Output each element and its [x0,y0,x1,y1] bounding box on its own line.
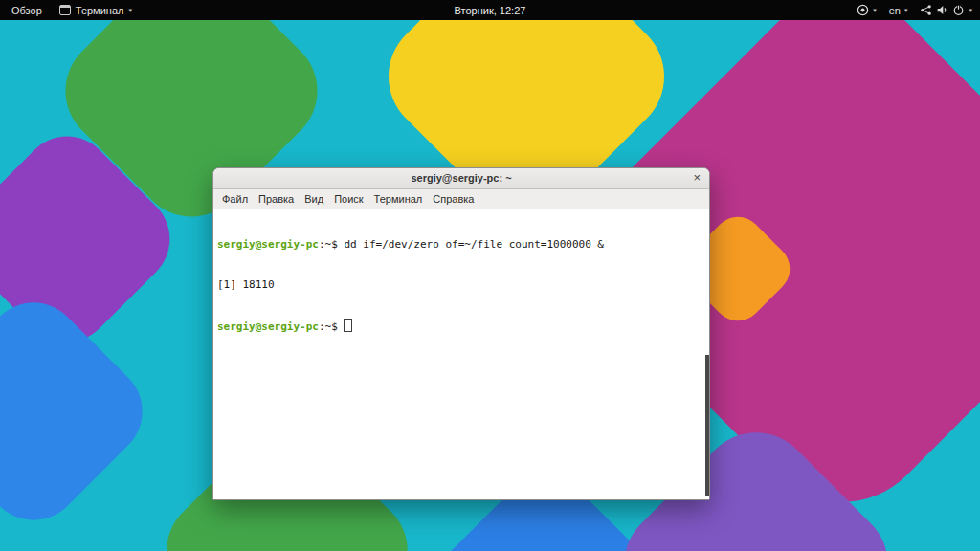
power-icon [952,4,965,16]
terminal-line-command: sergiy@sergiy-pc:~$ dd if=/dev/zero of=~… [217,238,705,252]
scrollbar-thumb[interactable] [705,355,709,496]
prompt-suffix: :~$ [319,320,345,333]
chevron-down-icon: ▾ [969,7,972,13]
menu-terminal[interactable]: Терминал [374,193,423,205]
volume-icon [936,4,948,16]
keyboard-layout-button[interactable]: en ▾ [889,5,908,16]
status-circle-icon [857,4,869,16]
terminal-app-icon [59,5,71,15]
terminal-cursor [344,319,352,332]
menu-view[interactable]: Вид [304,193,323,205]
window-menubar: Файл Правка Вид Поиск Терминал Справка [213,189,709,209]
window-titlebar[interactable]: sergiy@sergiy-pc: ~ × [213,168,709,189]
desktop: Обзор Терминал ▾ Вторник, 12:27 ▾ en ▾ [0,0,980,551]
close-button[interactable]: × [693,168,701,187]
top-bar: Обзор Терминал ▾ Вторник, 12:27 ▾ en ▾ [0,0,980,20]
top-bar-right: ▾ en ▾ [857,4,980,16]
clock-button[interactable]: Вторник, 12:27 [455,5,526,16]
menu-help[interactable]: Справка [433,193,474,205]
menu-file[interactable]: Файл [222,193,248,205]
chevron-down-icon: ▾ [873,7,877,13]
status-menu-button[interactable]: ▾ [857,4,877,16]
chevron-down-icon: ▾ [128,7,132,13]
window-title: sergiy@sergiy-pc: ~ [411,172,511,184]
activities-button[interactable]: Обзор [10,5,44,16]
terminal-line-output: [1] 18110 [217,278,705,292]
network-share-icon [920,4,932,16]
prompt-user: sergiy@sergiy-pc [217,238,319,251]
terminal-scrollbar[interactable] [705,209,709,499]
prompt-user: sergiy@sergiy-pc [217,320,319,333]
system-menu-button[interactable]: ▾ [920,4,972,16]
chevron-down-icon: ▾ [904,7,908,13]
terminal-content[interactable]: sergiy@sergiy-pc:~$ dd if=/dev/zero of=~… [213,209,709,499]
app-menu-button[interactable]: Терминал ▾ [59,5,132,16]
command-text: dd if=/dev/zero of=~/file count=1000000 … [344,238,604,251]
app-menu-label: Терминал [76,5,124,16]
menu-edit[interactable]: Правка [258,193,294,205]
keyboard-layout-label: en [889,5,901,16]
terminal-window: sergiy@sergiy-pc: ~ × Файл Правка Вид По… [212,167,710,500]
prompt-suffix: :~$ [319,238,345,251]
terminal-line-prompt: sergiy@sergiy-pc:~$ [217,319,705,334]
menu-search[interactable]: Поиск [334,193,363,205]
